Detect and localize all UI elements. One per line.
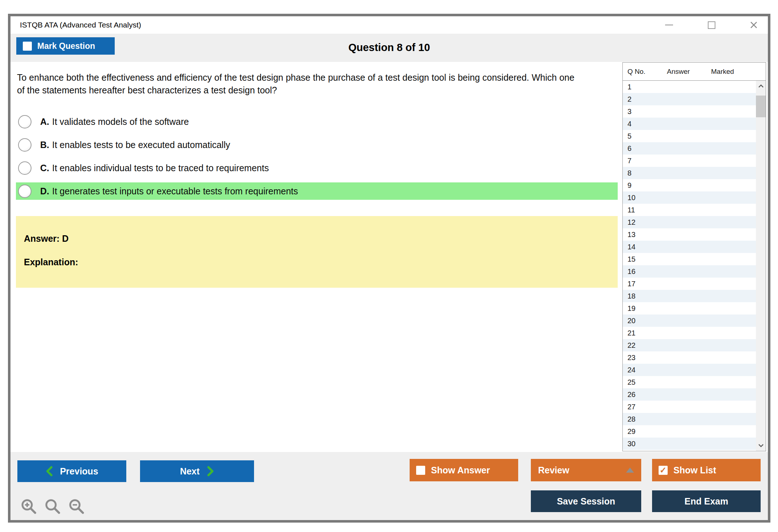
qrow-answer [658,191,702,204]
question-list-row[interactable]: 20 [623,314,756,327]
qrow-number: 6 [623,142,658,155]
question-list-row[interactable]: 9 [623,179,756,191]
end-exam-button[interactable]: End Exam [652,490,761,512]
qrow-number: 8 [623,167,658,179]
question-list-row[interactable]: 26 [623,388,756,401]
column-marked: Marked [711,63,734,80]
radio-button-d[interactable] [18,185,31,198]
qrow-marked [702,278,745,290]
show-answer-button[interactable]: Show Answer [410,459,518,481]
question-list-row[interactable]: 17 [623,278,756,290]
option-row-c[interactable]: C.It enables individual tests to be trac… [16,159,618,177]
question-list-row[interactable]: 28 [623,413,756,425]
chevron-left-icon [46,466,53,477]
qrow-answer [658,81,702,93]
zoom-reset-icon[interactable] [45,498,61,515]
question-list-row[interactable]: 16 [623,265,756,278]
scroll-up-button[interactable] [756,81,766,92]
question-list-row[interactable]: 18 [623,290,756,302]
qrow-marked [702,339,745,351]
qrow-marked [702,130,745,142]
qrow-number: 3 [623,105,658,118]
option-c-letter: C. [40,163,49,173]
show-list-checkbox[interactable] [659,466,668,475]
option-a-letter: A. [40,117,49,127]
question-list-row[interactable]: 10 [623,191,756,204]
question-list-row[interactable]: 3 [623,105,756,118]
option-row-a[interactable]: A.It validates models of the software [16,113,618,130]
question-list-row[interactable]: 5 [623,130,756,142]
question-list-row[interactable]: 7 [623,155,756,167]
save-session-label: Save Session [557,496,615,507]
question-list-row[interactable]: 12 [623,216,756,228]
qrow-answer [658,351,702,364]
scroll-down-button[interactable] [756,440,766,451]
next-label: Next [180,466,199,477]
qrow-number: 10 [623,191,658,204]
qrow-number: 18 [623,290,658,302]
radio-button-a[interactable] [18,115,31,128]
qrow-answer [658,142,702,155]
explanation-label: Explanation: [24,257,78,267]
close-button[interactable] [748,19,760,31]
question-list-row[interactable]: 21 [623,327,756,339]
scrollbar-thumb[interactable] [756,96,766,117]
option-a-text: A.It validates models of the software [40,117,189,127]
show-answer-checkbox[interactable] [416,466,425,475]
qrow-answer [658,339,702,351]
zoom-in-icon[interactable] [21,498,37,515]
qrow-number: 13 [623,228,658,241]
option-row-d[interactable]: D.It generates test inputs or executable… [16,182,618,200]
maximize-button[interactable] [705,19,718,31]
next-button[interactable]: Next [140,460,254,482]
save-session-button[interactable]: Save Session [531,490,641,512]
question-list-row[interactable]: 30 [623,438,756,450]
question-list-row[interactable]: 29 [623,425,756,438]
chevron-right-icon [207,466,214,477]
qrow-marked [702,167,745,179]
qrow-number: 11 [623,204,658,216]
question-list-row[interactable]: 25 [623,376,756,388]
show-list-button[interactable]: Show List [652,459,761,481]
previous-button[interactable]: Previous [17,460,126,482]
answer-label: Answer: D [24,233,69,244]
qrow-number: 1 [623,81,658,93]
minimize-icon [665,25,673,25]
qrow-number: 16 [623,265,658,278]
qrow-marked [702,376,745,388]
question-list-row[interactable]: 15 [623,253,756,265]
qrow-number: 15 [623,253,658,265]
question-list-row[interactable]: 11 [623,204,756,216]
review-button[interactable]: Review [531,459,641,481]
question-list-row[interactable]: 24 [623,364,756,376]
radio-button-c[interactable] [18,161,31,175]
qrow-marked [702,253,745,265]
option-row-b[interactable]: B.It enables tests to be executed automa… [16,136,618,153]
qrow-number: 24 [623,364,658,376]
question-list-scrollbar[interactable] [756,81,766,451]
qrow-answer [658,216,702,228]
question-list-row[interactable]: 1 [623,81,756,93]
qrow-answer [658,130,702,142]
question-list-row[interactable]: 27 [623,401,756,413]
question-list-row[interactable]: 6 [623,142,756,155]
close-icon [750,21,758,29]
qrow-marked [702,179,745,191]
question-list-row[interactable]: 22 [623,339,756,351]
question-list-row[interactable]: 13 [623,228,756,241]
radio-button-b[interactable] [18,138,31,152]
window-title: ISTQB ATA (Advanced Test Analyst) [20,16,141,34]
minimize-button[interactable] [663,19,675,31]
question-list-row[interactable]: 2 [623,93,756,105]
question-list-row[interactable]: 23 [623,351,756,364]
qrow-answer [658,388,702,401]
qrow-answer [658,167,702,179]
qrow-marked [702,191,745,204]
option-d-letter: D. [40,186,49,196]
zoom-out-icon[interactable] [68,498,85,515]
question-list-row[interactable]: 8 [623,167,756,179]
question-list-row[interactable]: 4 [623,118,756,130]
question-list-row[interactable]: 19 [623,302,756,314]
qrow-marked [702,302,745,314]
question-list-row[interactable]: 14 [623,241,756,253]
